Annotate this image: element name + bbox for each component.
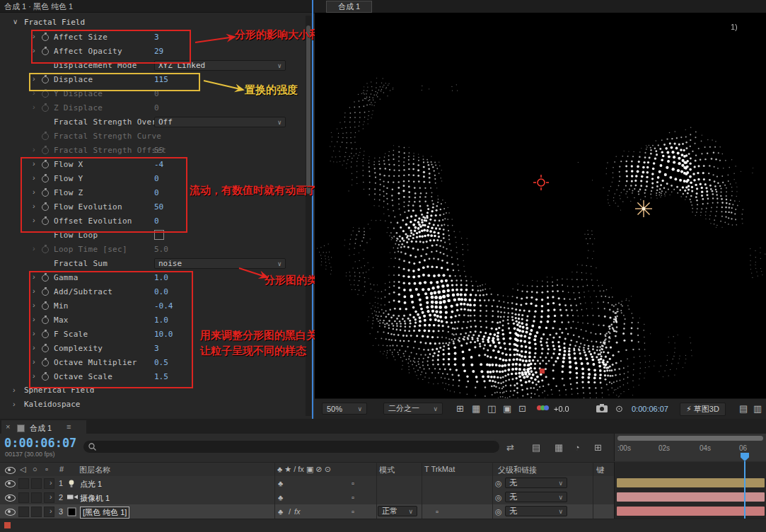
expand-chevron-icon[interactable]: › — [33, 329, 35, 337]
layer-name[interactable]: 点光 1 — [80, 479, 102, 490]
effect-property-row[interactable]: › F Scale 10.0 — [0, 327, 312, 341]
expand-chevron-icon[interactable]: › — [33, 371, 35, 380]
composition-flowchart-icon[interactable]: ⇄ — [506, 442, 514, 453]
property-value[interactable]: noise∨ — [154, 259, 286, 269]
property-value[interactable]: 1.0 — [154, 316, 168, 325]
effect-controls-tab[interactable]: 合成 1 · 黑色 纯色 1 — [4, 1, 73, 12]
effect-group-spherical-field[interactable]: › Spherical Field — [0, 383, 312, 398]
property-value[interactable]: 0 — [154, 216, 159, 226]
switch-box[interactable]: ▫ — [352, 507, 354, 516]
property-value[interactable]: 5.0 — [154, 245, 168, 254]
expand-chevron-icon[interactable]: › — [33, 103, 35, 111]
effect-property-row[interactable]: Flow Loop — [0, 228, 312, 242]
flow-loop-checkbox[interactable] — [154, 230, 164, 240]
chevron-down-icon[interactable]: ∨ — [13, 18, 18, 25]
expand-chevron-icon[interactable]: › — [33, 74, 35, 83]
stopwatch-icon[interactable] — [42, 204, 49, 211]
mode-column-header[interactable]: 模式 — [379, 465, 395, 475]
effect-property-row[interactable]: Fractal Strength Curve — [0, 129, 312, 143]
expand-chevron-icon[interactable]: › — [33, 187, 35, 196]
pickwhip-icon[interactable]: ◎ — [495, 493, 502, 502]
expand-chevron-icon[interactable]: › — [50, 492, 52, 501]
fx-switch[interactable]: fx — [294, 507, 301, 516]
motion-blur-icon[interactable]: ◔ — [574, 442, 580, 453]
preview-time[interactable]: 0:00:06:07 — [632, 405, 668, 413]
transparency-grid-icon[interactable]: ▦ — [472, 403, 480, 414]
graph-editor-icon[interactable]: ⊞ — [594, 442, 602, 453]
expand-chevron-icon[interactable]: › — [33, 88, 35, 97]
stopwatch-icon[interactable] — [42, 331, 49, 338]
parent-column-header[interactable]: 父级和链接 — [498, 465, 537, 475]
effect-property-row[interactable]: › Y Displace 0 — [0, 86, 312, 100]
property-value[interactable]: 0.5 — [154, 358, 168, 367]
resolution-dropdown[interactable]: 二分之一 ∨ — [383, 403, 443, 415]
property-value[interactable]: 0.0 — [154, 287, 168, 296]
layer-name[interactable]: 摄像机 1 — [80, 493, 110, 504]
scrollbar-thumb[interactable] — [306, 25, 311, 194]
point-light-icon[interactable] — [634, 200, 653, 218]
parent-dropdown[interactable]: 无 ∨ — [505, 506, 567, 516]
effect-group-header[interactable]: ∨ Fractal Field — [0, 16, 312, 30]
property-value[interactable]: 0 — [154, 89, 159, 98]
panel-divider[interactable] — [312, 0, 313, 419]
expand-chevron-icon[interactable]: › — [33, 343, 35, 352]
stopwatch-icon[interactable] — [42, 175, 49, 183]
property-dropdown[interactable]: Off∨ — [154, 117, 286, 127]
stopwatch-icon[interactable] — [42, 374, 49, 381]
pickwhip-icon[interactable]: ◎ — [495, 479, 502, 488]
property-value[interactable]: 0 — [154, 174, 159, 183]
timeline-tab[interactable]: × 合成 1 ≡ — [1, 420, 86, 434]
eye-icon[interactable] — [5, 495, 16, 502]
layer-duration-bar[interactable] — [617, 492, 765, 502]
stopwatch-icon[interactable] — [42, 34, 49, 41]
expand-chevron-icon[interactable]: › — [50, 478, 52, 487]
show-snapshot-icon[interactable]: ⊙ — [615, 403, 623, 414]
stopwatch-icon[interactable] — [42, 76, 49, 83]
effect-property-row[interactable]: › Complexity 3 — [0, 341, 312, 355]
stopwatch-icon[interactable] — [42, 359, 49, 366]
effect-property-row[interactable]: Displacement Mode XYZ Linked∨ — [0, 58, 312, 72]
effects-slash[interactable]: / — [289, 507, 291, 516]
view-options-icon[interactable]: ▤ — [739, 403, 748, 414]
stopwatch-icon[interactable] — [42, 218, 49, 225]
composition-canvas[interactable] — [315, 13, 766, 398]
region-of-interest-icon[interactable]: ⊞ — [456, 403, 464, 414]
stopwatch-icon[interactable] — [42, 246, 49, 253]
stopwatch-icon[interactable] — [42, 345, 49, 352]
expand-chevron-icon[interactable]: › — [33, 315, 35, 323]
stopwatch-icon[interactable] — [42, 317, 49, 324]
expand-chevron-icon[interactable]: › — [33, 32, 35, 40]
expand-chevron-icon[interactable]: › — [33, 46, 35, 54]
property-value[interactable]: 50 — [154, 202, 163, 212]
stopwatch-icon[interactable] — [42, 133, 49, 140]
effect-property-row[interactable]: › Loop Time [sec] 5.0 — [0, 242, 312, 256]
switch-box[interactable]: ▫ — [352, 493, 354, 502]
solo-toggle[interactable] — [31, 507, 42, 517]
effect-property-row[interactable]: › Flow X -4 — [0, 157, 312, 171]
effect-property-row[interactable]: Fractal Sum noise∨ — [0, 256, 312, 270]
layer-row-solid[interactable]: › 3 [黑色 纯色 1] ♣ / fx ▫ 正常 ∨ ▫ ◎ 无 ∨ — [0, 504, 614, 519]
quality-switch[interactable]: ♣ — [278, 493, 283, 502]
stopwatch-icon[interactable] — [42, 303, 49, 310]
parent-dropdown[interactable]: 无 ∨ — [505, 478, 567, 488]
property-value[interactable]: 1.0 — [154, 273, 168, 282]
close-icon[interactable]: × — [6, 422, 10, 431]
chevron-right-icon[interactable]: › — [13, 386, 16, 394]
expand-chevron-icon[interactable]: › — [50, 507, 52, 515]
effect-property-row[interactable]: › Min -0.4 — [0, 299, 312, 313]
trkmat-box[interactable]: ▫ — [436, 507, 439, 516]
property-value[interactable]: Off∨ — [154, 117, 286, 127]
panel-menu-icon[interactable]: ▥ — [753, 403, 762, 414]
grid-guides-icon[interactable]: ⊡ — [518, 403, 526, 414]
property-value[interactable]: -0.4 — [154, 301, 173, 311]
property-dropdown[interactable]: XYZ Linked∨ — [154, 60, 286, 71]
stopwatch-icon[interactable] — [42, 289, 49, 296]
effect-property-row[interactable]: › Gamma 1.0 — [0, 270, 312, 284]
stopwatch-icon[interactable] — [42, 147, 49, 154]
stopwatch-icon[interactable] — [42, 48, 49, 55]
expand-chevron-icon[interactable]: › — [33, 145, 35, 154]
expand-chevron-icon[interactable]: › — [33, 287, 35, 295]
trkmat-column-header[interactable]: T TrkMat — [424, 465, 455, 473]
layer-name-column-header[interactable]: 图层名称 — [79, 465, 110, 475]
draft-icon[interactable]: ▤ — [532, 442, 540, 453]
